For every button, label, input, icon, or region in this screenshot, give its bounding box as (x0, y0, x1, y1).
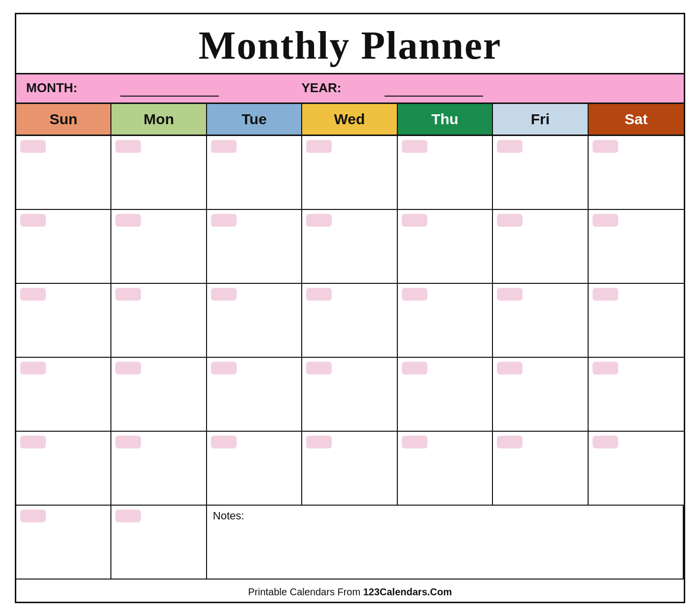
date-badge (115, 214, 141, 227)
notes-cell[interactable]: Notes: (207, 506, 684, 580)
calendar-cell[interactable] (302, 432, 397, 506)
date-badge (211, 436, 237, 448)
calendar-cell[interactable] (398, 432, 493, 506)
date-badge (211, 214, 237, 227)
calendar-cell[interactable] (111, 506, 207, 580)
calendar-cell[interactable] (302, 210, 397, 284)
date-badge (402, 362, 427, 375)
day-header-fri: Fri (493, 104, 588, 135)
day-header-tue: Tue (207, 104, 302, 135)
calendar-cell[interactable] (302, 358, 397, 432)
calendar-cell[interactable] (16, 136, 111, 210)
calendar-cell[interactable] (111, 284, 207, 358)
footer: Printable Calendars From 123Calendars.Co… (16, 580, 684, 602)
date-badge (402, 140, 427, 153)
calendar-grid: Notes: (16, 136, 684, 580)
date-badge (20, 214, 46, 227)
date-badge (20, 510, 46, 522)
calendar-cell[interactable] (493, 136, 588, 210)
month-year-row: MONTH: YEAR: (16, 74, 684, 104)
calendar-cell[interactable] (493, 358, 588, 432)
date-badge (20, 140, 46, 153)
date-badge (402, 288, 427, 301)
date-badge (497, 140, 523, 153)
calendar-cell[interactable] (493, 284, 588, 358)
calendar-cell[interactable] (207, 284, 302, 358)
month-label: MONTH: (26, 80, 262, 95)
date-badge (115, 288, 141, 301)
calendar-cell[interactable] (16, 358, 111, 432)
calendar-cell[interactable] (302, 136, 397, 210)
date-badge (402, 214, 427, 227)
calendar-cell[interactable] (111, 210, 207, 284)
calendar-cell[interactable] (493, 432, 588, 506)
days-header: SunMonTueWedThuFriSat (16, 104, 684, 136)
calendar-cell[interactable] (16, 284, 111, 358)
date-badge (115, 362, 141, 375)
year-label: YEAR: (301, 80, 522, 95)
day-header-sat: Sat (589, 104, 684, 135)
title-section: Monthly Planner (16, 14, 684, 74)
calendar-cell[interactable] (207, 210, 302, 284)
calendar-cell[interactable] (589, 432, 684, 506)
date-badge (593, 288, 618, 301)
calendar-cell[interactable] (207, 136, 302, 210)
date-badge (306, 436, 332, 448)
calendar-cell[interactable] (398, 210, 493, 284)
date-badge (115, 436, 141, 448)
calendar-cell[interactable] (589, 136, 684, 210)
calendar-cell[interactable] (16, 506, 111, 580)
date-badge (593, 140, 618, 153)
calendar-cell[interactable] (16, 210, 111, 284)
date-badge (497, 214, 523, 227)
day-header-sun: Sun (16, 104, 111, 135)
calendar-cell[interactable] (493, 210, 588, 284)
date-badge (497, 436, 523, 448)
calendar-cell[interactable] (207, 358, 302, 432)
date-badge (402, 436, 427, 448)
date-badge (115, 140, 141, 153)
date-badge (20, 362, 46, 375)
date-badge (306, 214, 332, 227)
day-header-mon: Mon (111, 104, 207, 135)
date-badge (593, 436, 618, 448)
year-underline (385, 80, 483, 97)
calendar-cell[interactable] (302, 284, 397, 358)
calendar-cell[interactable] (16, 432, 111, 506)
day-header-thu: Thu (398, 104, 493, 135)
date-badge (497, 288, 523, 301)
calendar-cell[interactable] (398, 358, 493, 432)
date-badge (211, 140, 237, 153)
planner-title: Monthly Planner (16, 23, 684, 68)
date-badge (306, 140, 332, 153)
calendar-cell[interactable] (111, 432, 207, 506)
month-underline (120, 80, 219, 97)
planner-container: Monthly Planner MONTH: YEAR: SunMonTueWe… (15, 13, 685, 603)
calendar-cell[interactable] (111, 136, 207, 210)
calendar-cell[interactable] (398, 136, 493, 210)
day-header-wed: Wed (302, 104, 397, 135)
date-badge (306, 362, 332, 375)
date-badge (593, 362, 618, 375)
date-badge (211, 288, 237, 301)
date-badge (20, 436, 46, 448)
calendar-cell[interactable] (589, 210, 684, 284)
calendar-cell[interactable] (589, 358, 684, 432)
date-badge (593, 214, 618, 227)
calendar-cell[interactable] (398, 284, 493, 358)
date-badge (497, 362, 523, 375)
calendar-cell[interactable] (111, 358, 207, 432)
calendar-cell[interactable] (207, 432, 302, 506)
calendar-cell[interactable] (589, 284, 684, 358)
date-badge (115, 510, 141, 522)
date-badge (20, 288, 46, 301)
date-badge (211, 362, 237, 375)
date-badge (306, 288, 332, 301)
footer-brand: 123Calendars.Com (363, 586, 452, 597)
